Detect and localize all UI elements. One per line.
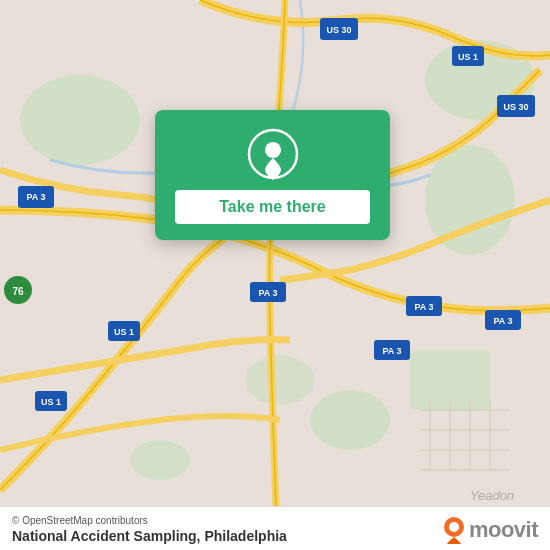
bottom-left-info: © OpenStreetMap contributors National Ac…	[12, 515, 287, 544]
location-pin-icon	[247, 128, 299, 180]
navigation-card: Take me there	[155, 110, 390, 240]
svg-point-39	[265, 142, 281, 158]
map-svg: US 30 US 1 US 30 PA 3 PA 3 PA 3 PA 3 US …	[0, 0, 550, 550]
svg-point-3	[310, 390, 390, 450]
svg-text:Yeadon: Yeadon	[470, 488, 514, 503]
svg-text:US 1: US 1	[41, 397, 61, 407]
osm-credit: © OpenStreetMap contributors	[12, 515, 287, 526]
svg-text:PA 3: PA 3	[382, 346, 401, 356]
svg-text:PA 3: PA 3	[258, 288, 277, 298]
svg-text:PA 3: PA 3	[414, 302, 433, 312]
svg-text:US 30: US 30	[503, 102, 528, 112]
moovit-pin-icon	[443, 516, 465, 544]
svg-text:US 1: US 1	[114, 327, 134, 337]
svg-point-41	[449, 522, 459, 532]
svg-point-5	[130, 440, 190, 480]
svg-text:PA 3: PA 3	[26, 192, 45, 202]
svg-text:US 1: US 1	[458, 52, 478, 62]
svg-point-6	[245, 355, 315, 405]
svg-text:US 30: US 30	[326, 25, 351, 35]
moovit-brand-text: moovit	[469, 517, 538, 543]
location-title: National Accident Sampling, Philadelphia	[12, 528, 287, 544]
svg-point-0	[20, 75, 140, 165]
svg-text:PA 3: PA 3	[493, 316, 512, 326]
map-container: US 30 US 1 US 30 PA 3 PA 3 PA 3 PA 3 US …	[0, 0, 550, 550]
moovit-logo: moovit	[443, 516, 538, 544]
svg-text:76: 76	[12, 286, 24, 297]
bottom-bar: © OpenStreetMap contributors National Ac…	[0, 506, 550, 550]
take-me-there-button[interactable]: Take me there	[175, 190, 370, 224]
